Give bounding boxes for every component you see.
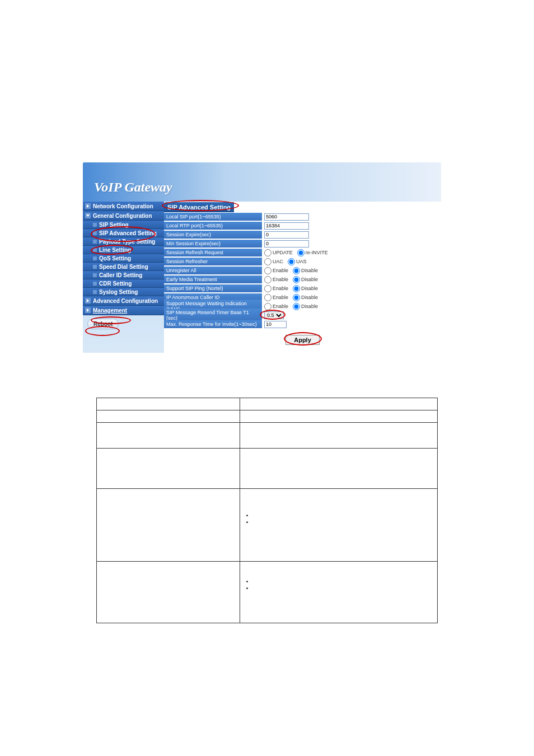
radio-label: Enable: [273, 268, 288, 273]
radio-uas[interactable]: [288, 258, 295, 265]
bullet-item: [254, 518, 434, 525]
radio-update[interactable]: [264, 249, 271, 256]
radio-label: Enable: [273, 286, 288, 291]
radio-label: Disable: [301, 304, 318, 309]
sidebar-cat-advanced[interactable]: Advanced Configuration: [83, 296, 164, 306]
input-local-sip-port[interactable]: [264, 213, 309, 221]
svg-marker-1: [86, 214, 90, 217]
table-cell: [97, 398, 240, 410]
reboot-button[interactable]: Reboot: [87, 319, 119, 329]
radio-label: Enable: [273, 304, 288, 309]
table-cell: [240, 423, 437, 449]
input-session-expire[interactable]: [264, 231, 309, 239]
table-cell: [97, 489, 240, 562]
label-max-response: Max. Response Time for Invite(1~30sec): [164, 320, 262, 328]
sidebar-cat-label: General Configuration: [93, 213, 152, 219]
label-unregister-all: Unregister All: [164, 267, 262, 274]
svg-marker-0: [87, 204, 89, 208]
bullet-item: [254, 577, 434, 584]
input-local-rtp-port[interactable]: [264, 222, 309, 230]
radio-label: UAC: [273, 259, 283, 264]
sidebar-cat-label: Management: [93, 307, 127, 314]
sidebar-item-sip-setting[interactable]: SIP Setting: [83, 221, 164, 229]
sidebar-item-speed-dial[interactable]: Speed Dial Setting: [83, 263, 164, 271]
input-min-session-expire[interactable]: [264, 240, 309, 248]
radio-disable[interactable]: [293, 294, 300, 301]
radio-label: Disable: [301, 268, 318, 273]
radio-enable[interactable]: [264, 285, 271, 292]
table-cell: [240, 562, 437, 623]
sidebar: Network Configuration General Configurat…: [83, 202, 164, 353]
bullet-item: [254, 584, 434, 591]
radio-enable[interactable]: [264, 294, 271, 301]
label-local-sip-port: Local SIP port(1~65535): [164, 213, 262, 221]
label-early-media: Early Media Treatment: [164, 276, 262, 283]
label-min-session-expire: Min Session Expire(sec): [164, 240, 262, 248]
sidebar-item-syslog[interactable]: Syslog Setting: [83, 288, 164, 296]
app-title: VoIP Gateway: [94, 180, 172, 195]
table-cell: [97, 410, 240, 423]
square-icon: [93, 231, 97, 235]
panel-title: SIP Advanced Setting: [164, 202, 234, 212]
sidebar-item-cdr-setting[interactable]: CDR Setting: [83, 279, 164, 288]
sidebar-item-caller-id[interactable]: Caller ID Setting: [83, 271, 164, 279]
arrow-right-icon: [85, 203, 91, 209]
bullet-item: [254, 511, 434, 518]
sidebar-cat-management[interactable]: Management: [83, 306, 164, 315]
radio-uac[interactable]: [264, 258, 271, 265]
label-session-refresh: Session Refresh Request: [164, 249, 262, 256]
sidebar-item-line-setting[interactable]: Line Setting: [83, 246, 164, 254]
sidebar-cat-network[interactable]: Network Configuration: [83, 202, 164, 211]
square-icon: [93, 273, 97, 277]
app-header: VoIP Gateway: [83, 162, 441, 202]
radio-enable[interactable]: [264, 303, 271, 310]
radio-enable[interactable]: [264, 276, 271, 283]
table-cell: [97, 449, 240, 489]
label-local-rtp-port: Local RTP port(1~65535): [164, 222, 262, 230]
square-icon: [93, 256, 97, 260]
radio-disable[interactable]: [293, 285, 300, 292]
sidebar-cat-general[interactable]: General Configuration: [83, 211, 164, 221]
square-icon: [93, 248, 97, 252]
sidebar-item-sip-advanced[interactable]: SIP Advanced Setting: [83, 229, 164, 237]
arrow-down-icon: [85, 213, 91, 218]
arrow-right-icon: [85, 298, 91, 304]
radio-label: Enable: [273, 295, 288, 300]
sidebar-item-payload-type[interactable]: Payload Type Setting: [83, 237, 164, 246]
table-cell: [240, 489, 437, 562]
radio-label: Disable: [301, 295, 318, 300]
radio-enable[interactable]: [264, 267, 271, 274]
sidebar-item-label: Payload Type Setting: [99, 239, 155, 245]
radio-label: Disable: [301, 286, 318, 291]
square-icon: [93, 265, 97, 269]
sidebar-cat-label: Advanced Configuration: [93, 298, 158, 304]
arrow-right-icon: [85, 307, 91, 313]
sidebar-item-label: Caller ID Setting: [99, 272, 142, 278]
main-panel: SIP Advanced Setting Local SIP port(1~65…: [164, 202, 441, 353]
radio-disable[interactable]: [293, 276, 300, 283]
radio-label: re-INVITE: [306, 250, 328, 255]
radio-label: UPDATE: [273, 250, 293, 255]
sidebar-item-label: SIP Setting: [99, 222, 129, 228]
svg-marker-2: [87, 299, 89, 302]
square-icon: [93, 282, 97, 286]
input-max-response[interactable]: [264, 321, 287, 328]
radio-reinvite[interactable]: [297, 249, 305, 256]
sidebar-item-label: CDR Setting: [99, 281, 132, 287]
sidebar-item-qos-setting[interactable]: QoS Setting: [83, 254, 164, 263]
sidebar-item-label: SIP Advanced Setting: [99, 230, 157, 236]
radio-disable[interactable]: [293, 267, 300, 274]
sidebar-item-label: Line Setting: [99, 247, 131, 253]
table-cell: [240, 410, 437, 423]
radio-disable[interactable]: [293, 303, 300, 310]
svg-marker-3: [87, 309, 89, 312]
label-sip-ping: Support SIP Ping (Nortel): [164, 284, 262, 292]
square-icon: [93, 223, 97, 227]
sidebar-cat-label: Network Configuration: [93, 203, 153, 209]
table-cell: [240, 449, 437, 489]
apply-button[interactable]: Apply: [285, 335, 320, 345]
radio-label: UAS: [296, 259, 307, 264]
description-table: [96, 398, 438, 623]
square-icon: [93, 290, 97, 294]
select-resend-timer[interactable]: 0.5: [264, 311, 284, 319]
